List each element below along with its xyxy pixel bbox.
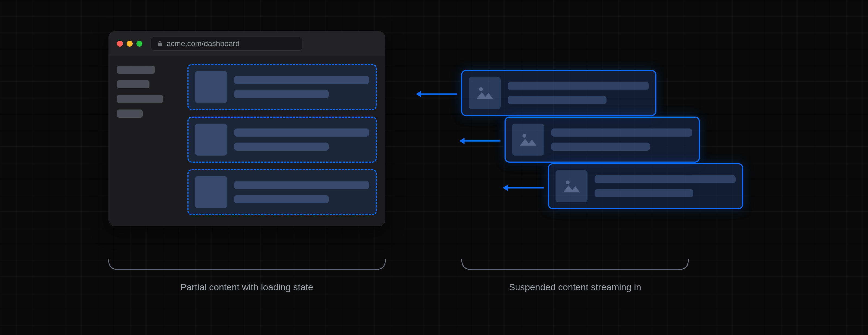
close-dot-icon	[117, 41, 123, 46]
svg-point-2	[566, 180, 569, 184]
browser-chrome: acme.com/dashboard	[109, 31, 385, 56]
skeleton-thumbnail	[195, 176, 227, 208]
traffic-lights	[117, 41, 143, 46]
sidebar-skeleton-item	[117, 80, 150, 88]
skeleton-lines	[234, 129, 369, 151]
browser-window: acme.com/dashboard	[108, 31, 385, 226]
sidebar-skeleton-item	[117, 109, 143, 118]
streaming-card	[461, 70, 656, 116]
content-line	[508, 82, 649, 90]
thumbnail	[512, 124, 544, 156]
content-line	[551, 129, 692, 137]
svg-point-1	[522, 134, 526, 138]
content-line	[508, 96, 607, 104]
sidebar-skeleton	[117, 64, 179, 218]
content-lines	[595, 175, 736, 197]
diagram-stage: acme.com/dashboard	[0, 0, 868, 335]
loading-card	[187, 64, 377, 110]
svg-point-0	[479, 87, 483, 91]
skeleton-lines	[234, 181, 369, 203]
address-bar: acme.com/dashboard	[151, 37, 303, 51]
content-line	[595, 189, 693, 197]
arrow-left-icon	[415, 90, 458, 98]
skeleton-thumbnail	[195, 124, 227, 156]
image-icon	[475, 86, 494, 101]
loading-cards-column	[187, 64, 377, 218]
thumbnail	[556, 170, 588, 202]
arrow-left-icon	[458, 137, 502, 145]
skeleton-line	[234, 181, 369, 189]
caption-left: Partial content with loading state	[108, 282, 385, 293]
content-lines	[551, 129, 692, 151]
browser-body	[109, 56, 385, 226]
skeleton-line	[234, 129, 369, 137]
skeleton-line	[234, 90, 329, 98]
bracket-left	[108, 259, 386, 271]
sidebar-skeleton-item	[117, 95, 163, 103]
thumbnail	[469, 77, 501, 109]
bracket-right	[461, 259, 689, 271]
maximize-dot-icon	[136, 41, 143, 46]
arrow-left-icon	[502, 184, 545, 192]
streaming-card	[548, 163, 743, 209]
image-icon	[519, 132, 538, 147]
lock-icon	[157, 41, 163, 46]
skeleton-line	[234, 195, 329, 203]
content-line	[551, 142, 650, 151]
skeleton-line	[234, 76, 369, 84]
url-text: acme.com/dashboard	[166, 39, 240, 48]
skeleton-thumbnail	[195, 71, 227, 103]
streaming-card	[504, 116, 700, 163]
skeleton-lines	[234, 76, 369, 98]
caption-right: Suspended content streaming in	[461, 282, 689, 293]
sidebar-skeleton-item	[117, 66, 155, 74]
skeleton-line	[234, 142, 329, 151]
image-icon	[562, 179, 581, 194]
content-lines	[508, 82, 649, 104]
content-line	[595, 175, 736, 183]
minimize-dot-icon	[127, 41, 133, 46]
loading-card	[187, 169, 377, 215]
loading-card	[187, 116, 377, 163]
